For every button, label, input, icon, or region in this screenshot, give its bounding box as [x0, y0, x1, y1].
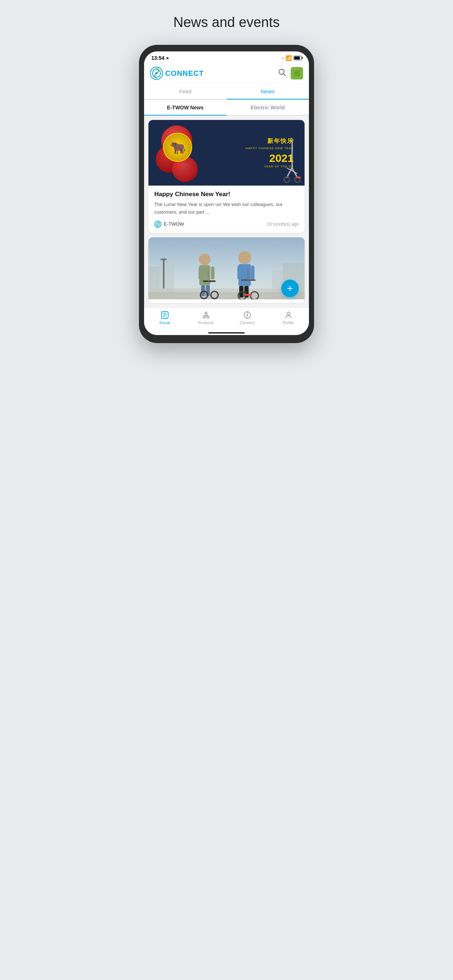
page-title: News and events [173, 14, 280, 30]
svg-rect-28 [198, 267, 202, 279]
bottom-nav: Social Products [144, 307, 309, 330]
battery-fill [294, 57, 300, 59]
svg-point-14 [158, 223, 159, 224]
news-card-cny[interactable]: 🐂 新年快乐 HAPPY CHINESE NEW YEAR 2021 YEAR … [148, 120, 305, 233]
svg-rect-11 [296, 177, 301, 178]
home-indicator [144, 330, 309, 335]
status-bar: 13:54 ➤ 📶 [144, 51, 309, 63]
svg-rect-39 [251, 266, 255, 279]
navigation-icon: ➤ [166, 56, 169, 60]
svg-rect-22 [163, 259, 164, 288]
app-header: CONNECT 🌿 [144, 63, 309, 84]
phone-screen: 13:54 ➤ 📶 [144, 51, 309, 335]
battery-icon [293, 56, 301, 60]
svg-point-55 [287, 312, 290, 315]
phone-frame: 13:54 ➤ 📶 [139, 45, 314, 343]
svg-rect-21 [148, 292, 305, 299]
card-source-cny: E-TWOW [154, 221, 184, 228]
logo-container: CONNECT [150, 67, 204, 80]
news-card-people[interactable]: + [148, 237, 305, 303]
source-logo-icon [154, 221, 161, 228]
nav-item-social[interactable]: Social [144, 310, 185, 325]
svg-point-34 [238, 251, 251, 264]
tab-news[interactable]: News [226, 84, 309, 99]
card-meta-cny: E-TWOW 10 month(s) ago [154, 221, 299, 228]
source-name-cny: E-TWOW [164, 221, 184, 227]
cny-chinese-text: 新年快乐 [267, 137, 293, 145]
tab-feed[interactable]: Feed [144, 84, 226, 99]
fab-button[interactable]: + [281, 280, 299, 297]
card-image-people [148, 237, 305, 303]
nav-label-products: Products [198, 320, 214, 325]
page-wrapper: News and events 13:54 ➤ 📶 [124, 14, 329, 343]
cny-english-text: HAPPY CHINESE NEW YEAR [246, 146, 293, 150]
cny-year-sub: YEAR OF THE OX [264, 165, 293, 168]
svg-point-53 [247, 314, 248, 316]
nav-label-connect: Connect [239, 320, 255, 325]
svg-rect-38 [238, 266, 241, 279]
nav-label-social: Social [160, 320, 170, 325]
svg-text:🌿: 🌿 [293, 70, 301, 77]
avatar[interactable]: 🌿 [291, 67, 303, 80]
svg-rect-29 [211, 267, 214, 279]
search-button[interactable] [278, 68, 286, 78]
svg-point-24 [199, 253, 211, 265]
home-bar [208, 332, 245, 334]
svg-rect-30 [203, 280, 215, 282]
status-time: 13:54 ➤ [152, 55, 169, 61]
svg-point-51 [207, 316, 209, 318]
header-actions: 🌿 [278, 67, 303, 80]
dot-icon [282, 57, 284, 59]
wifi-icon: 📶 [286, 55, 292, 61]
tab-electric-world[interactable]: Electric World [226, 100, 309, 115]
card-title-cny: Happy Chinese New Year! [154, 191, 299, 198]
svg-point-2 [155, 72, 158, 75]
products-icon [202, 310, 211, 320]
svg-line-4 [283, 74, 286, 76]
status-icons: 📶 [282, 55, 301, 61]
social-icon [161, 310, 169, 320]
nav-item-products[interactable]: Products [185, 310, 226, 325]
card-content-cny: Happy Chinese New Year! The Lunar New Ye… [148, 186, 305, 233]
logo-text: CONNECT [165, 69, 204, 78]
logo-icon [150, 67, 163, 80]
tab-etwow-news[interactable]: E-TWOW News [144, 100, 226, 115]
nav-label-profile: Profile [283, 320, 294, 325]
svg-rect-44 [245, 294, 252, 296]
svg-rect-26 [201, 285, 205, 296]
card-image-cny: 🐂 新年快乐 HAPPY CHINESE NEW YEAR 2021 YEAR … [148, 120, 305, 186]
content-area: 🐂 新年快乐 HAPPY CHINESE NEW YEAR 2021 YEAR … [144, 116, 309, 307]
connect-icon [243, 310, 252, 320]
card-excerpt-cny: The Lunar New Year is upon us! We wish o… [154, 201, 299, 216]
card-time-cny: 10 month(s) ago [267, 222, 299, 227]
sub-tabs: E-TWOW News Electric World [144, 100, 309, 116]
svg-point-23 [160, 258, 167, 260]
nav-item-profile[interactable]: Profile [268, 310, 309, 325]
main-tabs: Feed News [144, 84, 309, 100]
profile-icon [284, 310, 293, 320]
cny-year: 2021 [269, 152, 293, 164]
nav-item-connect[interactable]: Connect [226, 310, 268, 325]
svg-point-50 [203, 316, 205, 318]
